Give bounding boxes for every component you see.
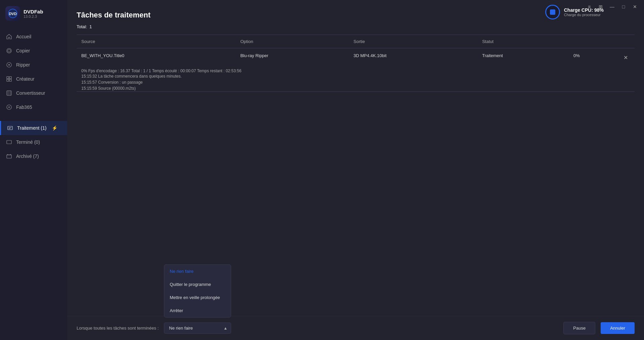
task-detail-progress-row: 0% Fps d'encodage : 16.37 Total : 1 / 1 … xyxy=(77,67,635,73)
task-source: BE_WITH_YOU.Title0 xyxy=(77,48,235,67)
bottom-label: Lorsque toutes les tâches sont terminées… xyxy=(77,326,159,331)
table-header-row: Source Option Sortie Statut xyxy=(77,35,635,48)
app-name: DVDFab xyxy=(24,9,43,14)
dropdown-item-quit[interactable]: Quitter le programme xyxy=(164,278,231,291)
table-row: BE_WITH_YOU.Title0 Blu-ray Ripper 3D MP4… xyxy=(77,48,635,67)
copy-icon xyxy=(6,48,12,54)
pause-button[interactable]: Pause xyxy=(563,322,595,334)
bottom-bar: Lorsque toutes les tâches sont terminées… xyxy=(67,316,644,340)
sidebar-item-termine[interactable]: Terminé (0) xyxy=(0,135,67,149)
sidebar: DVD DVDFab 13.0.2.3 Accueil Copier Rippe… xyxy=(0,0,67,340)
svg-rect-10 xyxy=(7,91,11,95)
svg-rect-6 xyxy=(7,77,9,79)
cancel-button[interactable]: Annuler xyxy=(601,322,635,334)
done-icon xyxy=(6,139,12,145)
svg-point-5 xyxy=(8,64,10,66)
task-log-3: 15:15:59 Source (00000.m2ts) xyxy=(77,85,635,91)
col-statut: Statut xyxy=(477,35,569,48)
sidebar-item-copier[interactable]: Copier xyxy=(0,44,67,58)
cpu-text: Charge CPU: 98% Charge du processeur xyxy=(564,7,604,17)
task-log-row-2: 15:15:57 Conversion : un passage xyxy=(77,79,635,85)
convert-icon xyxy=(6,90,12,96)
svg-point-2 xyxy=(7,48,11,53)
total-label: Total: xyxy=(77,24,87,29)
task-option: Blu-ray Ripper xyxy=(235,48,349,67)
svg-rect-8 xyxy=(7,79,9,81)
main-content: ≡ ⊞ — □ ✕ Charge CPU: 98% Charge du proc… xyxy=(67,0,644,340)
col-option: Option xyxy=(235,35,349,48)
creator-icon xyxy=(6,76,12,82)
sidebar-item-accueil-label: Accueil xyxy=(16,34,31,39)
cpu-percent: Charge CPU: 98% xyxy=(564,7,604,13)
sidebar-item-traitement[interactable]: Traitement (1) ⚡ xyxy=(0,121,67,135)
maximize-button[interactable]: □ xyxy=(618,3,629,11)
total-value: 1 xyxy=(89,24,92,29)
processing-icon xyxy=(7,125,13,131)
sidebar-item-fab365-label: Fab365 xyxy=(16,104,32,110)
task-percent: 0% xyxy=(569,48,616,67)
bolt-icon: ⚡ xyxy=(52,125,57,131)
task-log-row-1: 15:15:32 La tâche commencera dans quelqu… xyxy=(77,73,635,79)
dropdown-item-stop[interactable]: Arrêter xyxy=(164,304,231,317)
task-log-row-3: 15:15:59 Source (00000.m2ts) xyxy=(77,85,635,91)
col-action xyxy=(616,35,635,48)
cpu-indicator: Charge CPU: 98% Charge du processeur xyxy=(545,5,604,19)
total-line: Total: 1 xyxy=(77,24,635,29)
task-close-button[interactable]: ✕ xyxy=(621,53,630,62)
cpu-label: Charge du processeur xyxy=(564,13,604,17)
svg-rect-9 xyxy=(9,79,11,81)
sidebar-item-termine-label: Terminé (0) xyxy=(16,139,40,145)
svg-rect-7 xyxy=(9,77,11,79)
dropdown-item-sleep[interactable]: Mettre en veille prolongée xyxy=(164,291,231,304)
sidebar-item-ripper[interactable]: Ripper xyxy=(0,58,67,72)
sidebar-item-ripper-label: Ripper xyxy=(16,62,30,68)
sidebar-item-archive[interactable]: Archivé (7) xyxy=(0,149,67,163)
cpu-stop-icon xyxy=(550,9,555,15)
minimize-button[interactable]: — xyxy=(607,3,617,11)
logo-text: DVDFab 13.0.2.3 xyxy=(24,9,43,18)
page-content: Tâches de traitement Total: 1 Source Opt… xyxy=(67,0,644,340)
completion-dropdown[interactable]: Ne rien faire ▲ xyxy=(164,323,231,334)
home-icon xyxy=(6,34,12,40)
task-sortie: 3D MP4.4K.10bit xyxy=(349,48,477,67)
task-table: Source Option Sortie Statut BE_WITH_YOU.… xyxy=(77,35,635,91)
sidebar-item-copier-label: Copier xyxy=(16,48,30,53)
sidebar-item-archive-label: Archivé (7) xyxy=(16,154,39,159)
col-percent xyxy=(569,35,616,48)
col-sortie: Sortie xyxy=(349,35,477,48)
task-log-1: 15:15:32 La tâche commencera dans quelqu… xyxy=(77,73,635,79)
col-source: Source xyxy=(77,35,235,48)
dropdown-menu: Ne rien faire Quitter le programme Mettr… xyxy=(164,264,231,317)
fab365-icon xyxy=(6,104,12,110)
dropdown-selected-label: Ne rien faire xyxy=(169,326,193,331)
close-button[interactable]: ✕ xyxy=(630,3,640,11)
task-progress-detail: 0% Fps d'encodage : 16.37 Total : 1 / 1 … xyxy=(77,67,635,73)
sidebar-item-convertisseur-label: Convertisseur xyxy=(16,90,45,96)
svg-rect-18 xyxy=(7,155,11,158)
svg-rect-17 xyxy=(7,140,11,144)
svg-rect-14 xyxy=(8,126,12,130)
svg-point-3 xyxy=(8,49,10,52)
dropdown-wrapper: Ne rien faire ▲ Ne rien faire Quitter le… xyxy=(164,323,231,334)
sidebar-item-createur-label: Créateur xyxy=(16,76,34,82)
dropdown-arrow-icon: ▲ xyxy=(223,326,227,331)
sidebar-nav: Accueil Copier Ripper Créateur Convertis… xyxy=(0,27,67,340)
dropdown-item-nothing[interactable]: Ne rien faire xyxy=(164,265,231,278)
task-statut: Traitement xyxy=(477,48,569,67)
logo-icon: DVD xyxy=(5,6,20,21)
svg-text:DVD: DVD xyxy=(9,12,16,16)
sidebar-item-fab365[interactable]: Fab365 xyxy=(0,100,67,114)
sidebar-item-traitement-label: Traitement (1) xyxy=(17,125,46,131)
sidebar-item-createur[interactable]: Créateur xyxy=(0,72,67,86)
table-bottom-border xyxy=(77,91,635,92)
sidebar-item-convertisseur[interactable]: Convertisseur xyxy=(0,86,67,100)
sidebar-item-accueil[interactable]: Accueil xyxy=(0,30,67,44)
task-close-cell: ✕ xyxy=(616,48,635,67)
app-version: 13.0.2.3 xyxy=(24,14,43,18)
task-log-2: 15:15:57 Conversion : un passage xyxy=(77,79,635,85)
app-logo: DVD DVDFab 13.0.2.3 xyxy=(0,0,67,27)
cpu-circle xyxy=(545,5,560,19)
archive-icon xyxy=(6,153,12,159)
ripper-icon xyxy=(6,62,12,68)
